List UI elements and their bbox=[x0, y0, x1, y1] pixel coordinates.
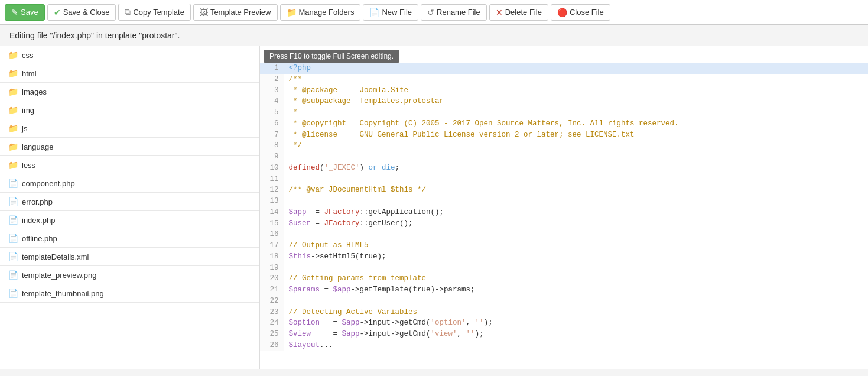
folder-icon: 📁 bbox=[8, 50, 18, 60]
table-row: 16 bbox=[260, 229, 868, 240]
delete-file-button[interactable]: ✕ Delete File bbox=[489, 4, 548, 21]
sidebar-folder-images[interactable]: 📁images bbox=[0, 83, 259, 101]
sidebar-file-template_preview.png[interactable]: 📄template_preview.png bbox=[0, 266, 259, 284]
sidebar-folder-html[interactable]: 📁html bbox=[0, 64, 259, 83]
line-content: // Detecting Active Variables bbox=[284, 307, 868, 318]
line-number: 15 bbox=[260, 218, 284, 229]
line-number: 20 bbox=[260, 273, 284, 284]
sidebar-file-template_thumbnail.png[interactable]: 📄template_thumbnail.png bbox=[0, 284, 259, 303]
editor-area: Press F10 to toggle Full Screen editing.… bbox=[260, 46, 868, 369]
line-content: $user = JFactory::getUser(); bbox=[284, 218, 868, 229]
table-row: 17// Output as HTML5 bbox=[260, 240, 868, 251]
line-number: 18 bbox=[260, 251, 284, 262]
line-content: * @subpackage Templates.protostar bbox=[284, 96, 868, 107]
file-icon: 📄 bbox=[8, 179, 18, 188]
new-file-button[interactable]: 📄 New File bbox=[363, 4, 418, 21]
line-number: 24 bbox=[260, 317, 284, 329]
sidebar-file-index.php[interactable]: 📄index.php bbox=[0, 211, 259, 229]
line-content: * @license GNU General Public License ve… bbox=[284, 129, 868, 141]
rename-file-button[interactable]: ↺ Rename File bbox=[421, 4, 487, 21]
sidebar-folder-css[interactable]: 📁css bbox=[0, 46, 259, 64]
line-content: /** @var JDocumentHtml $this */ bbox=[284, 184, 868, 196]
new-file-icon: 📄 bbox=[369, 8, 379, 17]
table-row: 22 bbox=[260, 296, 868, 307]
line-number: 26 bbox=[260, 340, 284, 351]
table-row: 3 * @package Joomla.Site bbox=[260, 85, 868, 96]
copy-template-button[interactable]: ⧉ Copy Template bbox=[118, 4, 190, 21]
table-row: 14$app = JFactory::getApplication(); bbox=[260, 207, 868, 218]
image-icon: 🖼 bbox=[200, 8, 208, 17]
line-content: * bbox=[284, 107, 868, 118]
folder-icon: 📁 bbox=[8, 124, 18, 133]
folder-icon: 📁 bbox=[8, 142, 18, 151]
line-content bbox=[284, 196, 868, 207]
table-row: 1<?php bbox=[260, 63, 868, 74]
table-row: 26$layout... bbox=[260, 340, 868, 351]
line-number: 10 bbox=[260, 163, 284, 174]
line-content: $app = JFactory::getApplication(); bbox=[284, 207, 868, 218]
table-row: 21$params = $app->getTemplate(true)->par… bbox=[260, 284, 868, 296]
folder-icon: 📁 bbox=[8, 69, 18, 78]
manage-folders-button[interactable]: 📁 Manage Folders bbox=[280, 4, 361, 21]
save-icon: ✎ bbox=[11, 8, 18, 17]
sidebar-folder-js[interactable]: 📁js bbox=[0, 119, 259, 138]
line-number: 5 bbox=[260, 107, 284, 118]
table-row: 2/** bbox=[260, 74, 868, 85]
sidebar-file-component.php[interactable]: 📄component.php bbox=[0, 174, 259, 193]
close-file-button[interactable]: 🔴 Close File bbox=[551, 4, 610, 21]
code-editor[interactable]: 1<?php2/**3 * @package Joomla.Site4 * @s… bbox=[260, 63, 868, 369]
check-icon: ✔ bbox=[54, 8, 61, 17]
sidebar-folder-less[interactable]: 📁less bbox=[0, 156, 259, 174]
save-close-button[interactable]: ✔ Save & Close bbox=[47, 4, 116, 21]
line-number: 25 bbox=[260, 329, 284, 340]
line-number: 2 bbox=[260, 74, 284, 85]
line-number: 11 bbox=[260, 174, 284, 185]
line-number: 3 bbox=[260, 85, 284, 96]
table-row: 11 bbox=[260, 174, 868, 185]
file-sidebar: 📁css📁html📁images📁img📁js📁language📁less📄co… bbox=[0, 46, 260, 369]
table-row: 13 bbox=[260, 196, 868, 207]
file-icon: 📄 bbox=[8, 252, 18, 261]
table-row: 12/** @var JDocumentHtml $this */ bbox=[260, 184, 868, 196]
line-number: 16 bbox=[260, 229, 284, 240]
table-row: 20// Getting params from template bbox=[260, 273, 868, 284]
file-icon: 📄 bbox=[8, 270, 18, 280]
table-row: 8 */ bbox=[260, 140, 868, 151]
file-icon: 📄 bbox=[8, 197, 18, 206]
save-button[interactable]: ✎ Save bbox=[5, 4, 45, 21]
sidebar-folder-img[interactable]: 📁img bbox=[0, 101, 259, 119]
line-content bbox=[284, 174, 868, 185]
rename-icon: ↺ bbox=[427, 8, 434, 17]
line-content: * @copyright Copyright (C) 2005 - 2017 O… bbox=[284, 118, 868, 129]
line-content: */ bbox=[284, 140, 868, 151]
line-number: 6 bbox=[260, 118, 284, 129]
main-layout: 📁css📁html📁images📁img📁js📁language📁less📄co… bbox=[0, 46, 868, 369]
line-content: /** bbox=[284, 74, 868, 85]
table-row: 4 * @subpackage Templates.protostar bbox=[260, 96, 868, 107]
line-number: 17 bbox=[260, 240, 284, 251]
table-row: 7 * @license GNU General Public License … bbox=[260, 129, 868, 141]
line-content: defined('_JEXEC') or die; bbox=[284, 163, 868, 174]
sidebar-folder-language[interactable]: 📁language bbox=[0, 138, 259, 156]
line-number: 1 bbox=[260, 63, 284, 74]
line-number: 8 bbox=[260, 140, 284, 151]
template-preview-button[interactable]: 🖼 Template Preview bbox=[193, 4, 278, 21]
folder-icon: 📁 bbox=[8, 105, 18, 115]
toolbar: ✎ Save ✔ Save & Close ⧉ Copy Template 🖼 … bbox=[0, 0, 868, 25]
table-row: 6 * @copyright Copyright (C) 2005 - 2017… bbox=[260, 118, 868, 129]
line-content: // Output as HTML5 bbox=[284, 240, 868, 251]
table-row: 19 bbox=[260, 262, 868, 274]
sidebar-file-templateDetails.xml[interactable]: 📄templateDetails.xml bbox=[0, 248, 259, 266]
table-row: 18$this->setHtml5(true); bbox=[260, 251, 868, 262]
line-content: <?php bbox=[284, 63, 868, 74]
line-content bbox=[284, 151, 868, 163]
line-content: $params = $app->getTemplate(true)->param… bbox=[284, 284, 868, 296]
line-content: $view = $app->input->getCmd('view', ''); bbox=[284, 329, 868, 340]
folder-icon: 📁 bbox=[287, 8, 297, 17]
file-icon: 📄 bbox=[8, 289, 18, 298]
line-content bbox=[284, 296, 868, 307]
sidebar-file-offline.php[interactable]: 📄offline.php bbox=[0, 229, 259, 248]
sidebar-file-error.php[interactable]: 📄error.php bbox=[0, 193, 259, 211]
table-row: 24$option = $app->input->getCmd('option'… bbox=[260, 317, 868, 329]
line-number: 23 bbox=[260, 307, 284, 318]
